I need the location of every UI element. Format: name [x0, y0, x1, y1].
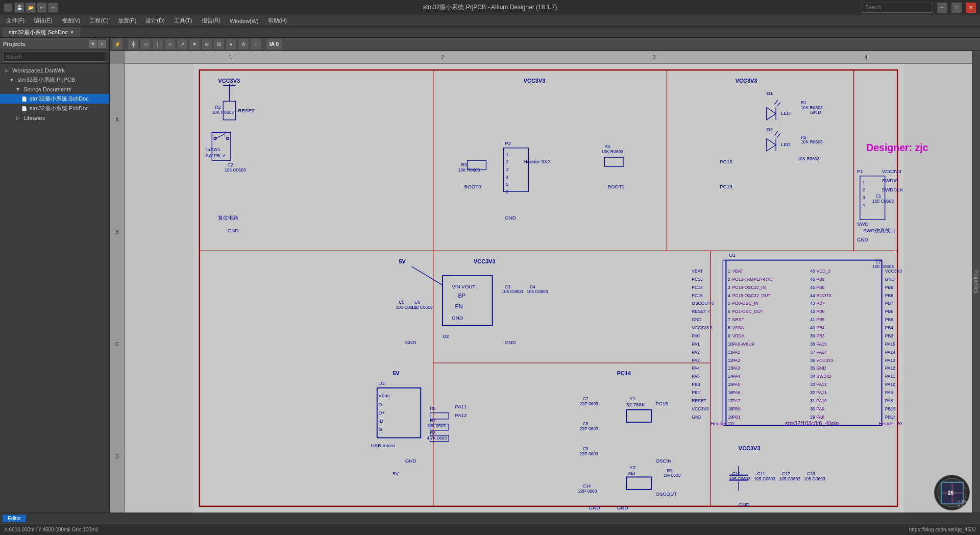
svg-text:VCC3V3: VCC3V3 — [882, 168, 901, 174]
svg-text:D1: D1 — [767, 90, 773, 96]
rect-btn[interactable]: ▭ — [140, 39, 151, 50]
svg-text:C1: C1 — [875, 193, 881, 199]
svg-text:3: 3 — [728, 285, 730, 290]
panel-pin-btn[interactable]: × — [98, 40, 106, 48]
svg-text:22P 0603: 22P 0603 — [578, 489, 597, 494]
svg-text:USB-micro: USB-micro — [371, 443, 396, 448]
titlebar: 💾 📂 ↩ ↪ stm32最小系统.PrjPCB - Altium Design… — [0, 0, 980, 15]
tree-project[interactable]: ▼ stm32最小系统.PrjPCB — [0, 75, 109, 85]
svg-text:PB9: PB9 — [885, 285, 893, 290]
schematic-canvas[interactable]: 1 2 3 4 A B C D — [110, 51, 980, 513]
port-btn[interactable]: ⊕ — [201, 39, 212, 50]
svg-text:PA8: PA8 — [816, 415, 824, 420]
svg-text:PB4: PB4 — [885, 325, 893, 330]
svg-text:6: 6 — [506, 189, 508, 194]
svg-text:PA1: PA1 — [732, 350, 741, 355]
bus-btn[interactable]: ≡ — [164, 39, 176, 50]
svg-text:R3: R3 — [461, 162, 467, 167]
svg-text:R1: R1 — [801, 100, 806, 105]
svg-text:PB9: PB9 — [816, 277, 824, 282]
svg-text:Vbus: Vbus — [378, 393, 389, 398]
add-wire-btn[interactable]: ╋ — [128, 39, 139, 50]
schematic-content[interactable]: VCC3V3 R2 10K R0603 RESET 1●SW1 SW-PB_V — [125, 64, 972, 513]
tree-source-docs[interactable]: ▼ Source Documents — [0, 85, 109, 94]
svg-text:BOOT1: BOOT1 — [607, 184, 624, 189]
workspace-label: Workspace1.DsnWrk — [12, 67, 65, 74]
text-btn[interactable]: A — [238, 39, 249, 50]
tree-libraries[interactable]: ▷ Libraries — [0, 113, 109, 123]
svg-text:2: 2 — [506, 159, 508, 164]
minimize-button[interactable]: ─ — [937, 3, 947, 13]
svg-text:VBAT: VBAT — [692, 269, 703, 274]
svg-text:C11: C11 — [757, 471, 765, 476]
svg-text:PA2: PA2 — [732, 358, 741, 363]
schdoc-icon: 📄 — [20, 95, 28, 103]
project-search-input[interactable] — [3, 52, 106, 62]
tree-workspace[interactable]: ▷ Workspace1.DsnWrk — [0, 66, 109, 75]
menu-tools[interactable]: 工具(T) — [170, 16, 197, 26]
net-btn[interactable]: ↗ — [177, 39, 188, 50]
menu-window[interactable]: Window(W) — [226, 17, 263, 25]
svg-text:VCC3V3: VCC3V3 — [218, 78, 240, 84]
svg-text:PA11: PA11 — [455, 404, 467, 409]
filter-btn[interactable]: ⚡ — [112, 39, 123, 50]
no-erc-btn[interactable]: ● — [226, 39, 237, 50]
menu-place[interactable]: 放置(P) — [114, 16, 141, 26]
menu-edit[interactable]: 编辑(E) — [30, 16, 57, 26]
tree-pcbdoc[interactable]: 📄 stm32最小系统.PcbDoc — [0, 104, 109, 113]
svg-text:PA10: PA10 — [885, 382, 895, 387]
svg-text:U3: U3 — [378, 380, 384, 386]
url-display: https://blog.csdn.net/qq_4532 — [909, 527, 976, 532]
svg-text:PC13-TAMPER-RTC: PC13-TAMPER-RTC — [732, 277, 773, 282]
svg-text:PB8: PB8 — [885, 293, 893, 298]
ia-label-btn[interactable]: IA 0 — [266, 39, 282, 50]
svg-text:VBAT: VBAT — [732, 269, 744, 274]
svg-text:4: 4 — [728, 293, 730, 298]
svg-text:105 C0603: 105 C0603 — [872, 199, 894, 204]
svg-text:PB7: PB7 — [816, 301, 824, 306]
tab-schematic[interactable]: stm32最小系统.SchDoc ✕ — [2, 27, 81, 37]
svg-text:22P 0603: 22P 0603 — [580, 451, 599, 456]
svg-text:PB6: PB6 — [885, 309, 893, 314]
ruler-mark-d: D — [115, 454, 119, 459]
svg-text:GND: GND — [617, 505, 628, 510]
tree-schdoc[interactable]: 📄 stm32最小系统.SchDoc — [0, 94, 109, 104]
svg-text:GND: GND — [505, 339, 516, 345]
schematic-toolbar: ⚡ ╋ ▭ | ≡ ↗ ▼ ⊕ ⊞ ● A ○ IA 0 — [110, 38, 980, 51]
menu-project[interactable]: 工程(C) — [85, 16, 112, 26]
menu-design[interactable]: 设计(D) — [141, 16, 168, 26]
svg-text:C7: C7 — [875, 259, 881, 264]
svg-text:PC15-OSC32_OUT: PC15-OSC32_OUT — [732, 293, 771, 298]
quick-undo-btn[interactable]: ↩ — [37, 3, 47, 13]
svg-text:BOOT0: BOOT0 — [464, 184, 482, 189]
svg-text:PA4: PA4 — [692, 366, 700, 371]
right-panel[interactable]: Properties — [972, 51, 980, 513]
svg-text:PA15: PA15 — [885, 342, 895, 347]
svg-text:PA5: PA5 — [732, 382, 741, 387]
close-button[interactable]: ✕ — [966, 3, 976, 13]
tab-close-btn[interactable]: ✕ — [70, 30, 74, 35]
wire-btn[interactable]: | — [152, 39, 163, 50]
quick-open-btn[interactable]: 📂 — [26, 3, 36, 13]
svg-text:32.768K: 32.768K — [626, 402, 645, 407]
quick-save-btn[interactable]: 💾 — [14, 3, 24, 13]
maximize-button[interactable]: □ — [951, 3, 962, 13]
svg-text:PA9: PA9 — [885, 390, 893, 395]
circle-btn[interactable]: ○ — [250, 39, 261, 50]
power-btn[interactable]: ▼ — [189, 39, 200, 50]
sheet-btn[interactable]: ⊞ — [213, 39, 225, 50]
menu-help[interactable]: 帮助(H) — [264, 16, 291, 26]
ruler-mark-b: B — [115, 229, 119, 235]
svg-text:VCC3V3: VCC3V3 — [885, 269, 902, 274]
menu-file[interactable]: 文件(F) — [2, 16, 29, 26]
menu-report[interactable]: 报告(R) — [198, 16, 225, 26]
search-input[interactable] — [862, 3, 933, 13]
panel-collapse-btn[interactable]: ▼ — [89, 40, 97, 48]
editor-tab[interactable]: Editor — [2, 514, 27, 523]
svg-text:SWDCLK: SWDCLK — [882, 187, 903, 192]
svg-text:PA14: PA14 — [816, 350, 826, 355]
menu-view[interactable]: 视图(V) — [58, 16, 85, 26]
svg-text:3: 3 — [506, 167, 508, 172]
svg-text:OSCOUT 6: OSCOUT 6 — [692, 301, 714, 306]
quick-redo-btn[interactable]: ↪ — [48, 3, 58, 13]
